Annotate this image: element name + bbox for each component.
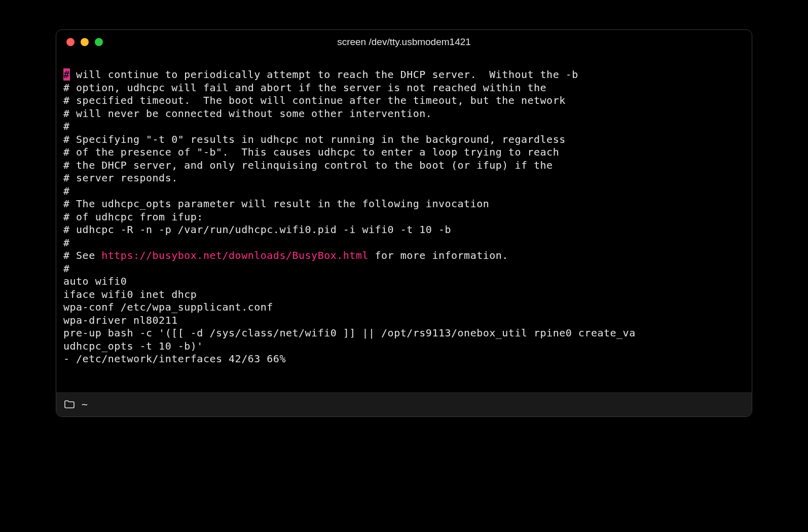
url-link[interactable]: https://busybox.net/downloads/BusyBox.ht…	[101, 249, 369, 261]
terminal-text: will continue to periodically attempt to…	[70, 68, 578, 81]
terminal-line: wpa-conf /etc/wpa_supplicant.conf	[63, 301, 745, 314]
window-title: screen /dev/tty.usbmodem1421	[56, 36, 752, 48]
terminal-line: # See https://busybox.net/downloads/Busy…	[63, 249, 745, 262]
minimize-icon[interactable]	[81, 38, 89, 46]
terminal-line: # udhcpc -R -n -p /var/run/udhcpc.wifi0.…	[63, 223, 745, 237]
terminal-line: # of udhcpc from ifup:	[63, 211, 745, 224]
traffic-lights	[66, 38, 103, 46]
zoom-icon[interactable]	[95, 38, 103, 46]
terminal-line: auto wifi0	[63, 275, 745, 288]
terminal-line: # specified timeout. The boot will conti…	[63, 94, 745, 107]
status-bar: ~	[56, 392, 752, 416]
terminal-line: #	[63, 185, 745, 198]
terminal-line: udhcpc_opts -t 10 -b)'	[63, 340, 745, 353]
terminal-line: #	[63, 120, 745, 133]
title-bar: screen /dev/tty.usbmodem1421	[56, 30, 752, 54]
terminal-window: screen /dev/tty.usbmodem1421 # will cont…	[56, 29, 752, 417]
terminal-line: # the DHCP server, and only relinquising…	[63, 159, 745, 172]
close-icon[interactable]	[66, 38, 75, 46]
terminal-line: wpa-driver nl80211	[63, 314, 745, 327]
terminal-line: iface wifi0 inet dhcp	[63, 288, 745, 301]
terminal-text: for more information.	[369, 249, 508, 261]
cursor: #	[63, 68, 70, 81]
terminal-output[interactable]: # will continue to periodically attempt …	[56, 54, 752, 392]
terminal-line: # server responds.	[63, 172, 745, 185]
folder-icon	[64, 400, 75, 408]
terminal-line: # will never be connected without some o…	[63, 107, 745, 121]
terminal-line: - /etc/network/interfaces 42/63 66%	[63, 353, 745, 366]
terminal-line: #	[63, 237, 745, 250]
terminal-text: # See	[63, 249, 101, 261]
terminal-line: # The udhcpc_opts parameter will result …	[63, 198, 745, 211]
terminal-line: #	[63, 262, 745, 276]
terminal-line: # will continue to periodically attempt …	[63, 68, 745, 82]
terminal-line: # option, udhcpc will fail and abort if …	[63, 82, 745, 95]
terminal-line: # Specifying "-t 0" results in udhcpc no…	[63, 133, 745, 146]
terminal-line: # of the presence of "-b". This causes u…	[63, 146, 745, 159]
cwd-text: ~	[82, 398, 88, 410]
terminal-line: pre-up bash -c '([[ -d /sys/class/net/wi…	[63, 327, 745, 340]
